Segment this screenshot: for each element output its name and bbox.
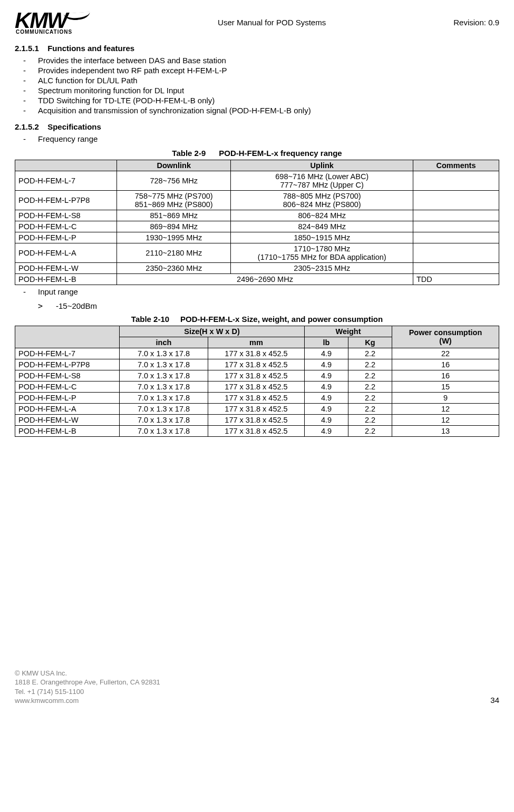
table-row: POD-H-FEM-L-A2110~2180 MHz1710~1780 MHz …: [15, 243, 499, 262]
cell-uplink: 806~824 MHz: [231, 210, 413, 221]
table-row: POD-H-FEM-L-77.0 x 1.3 x 17.8177 x 31.8 …: [15, 348, 499, 359]
table-row: POD-H-FEM-L-P1930~1995 MHz1850~1915 MHz: [15, 232, 499, 243]
cell-power: 13: [392, 425, 499, 436]
table-row: POD-H-FEM-L-A7.0 x 1.3 x 17.8177 x 31.8 …: [15, 403, 499, 414]
cell-mm: 177 x 31.8 x 452.5: [208, 348, 305, 359]
cell-name: POD-H-FEM-L-A: [15, 243, 117, 262]
cell-kg: 2.2: [348, 370, 392, 381]
table-row: POD-H-FEM-L-W7.0 x 1.3 x 17.8177 x 31.8 …: [15, 414, 499, 425]
table1-caption: Table 2-9 POD-H-FEM-L-x frequency range: [15, 149, 499, 158]
table-header-uplink: Uplink: [231, 160, 413, 171]
cell-comments: TDD: [413, 273, 499, 285]
page-header: KMW COMMUNICATIONS User Manual for POD S…: [15, 11, 499, 34]
frequency-table: Downlink Uplink Comments POD-H-FEM-L-772…: [15, 160, 499, 285]
cell-mm: 177 x 31.8 x 452.5: [208, 381, 305, 392]
table-header-size: Size(H x W x D): [120, 326, 305, 337]
list-item: Input range: [35, 287, 499, 296]
table-header-downlink: Downlink: [117, 160, 231, 171]
cell-kg: 2.2: [348, 414, 392, 425]
cell-name: POD-H-FEM-L-7: [15, 171, 117, 190]
table-header-weight: Weight: [305, 326, 392, 337]
cell-kg: 2.2: [348, 348, 392, 359]
table-header-lb: lb: [305, 337, 348, 348]
section-title: Functions and features: [47, 44, 134, 53]
cell-uplink: 788~805 MHz (PS700) 806~824 MHz (PS800): [231, 190, 413, 210]
cell-downlink: 1930~1995 MHz: [117, 232, 231, 243]
cell-downlink: 851~869 MHz: [117, 210, 231, 221]
spec-list-2: Input range: [15, 287, 499, 296]
cell-mm: 177 x 31.8 x 452.5: [208, 403, 305, 414]
logo-text: KMW: [15, 11, 67, 31]
cell-inch: 7.0 x 1.3 x 17.8: [120, 348, 208, 359]
footer-line: www.kmwcomm.com: [15, 696, 160, 706]
cell-name: POD-H-FEM-L-C: [15, 221, 117, 232]
cell-lb: 4.9: [305, 403, 348, 414]
cell-downlink: 2350~2360 MHz: [117, 262, 231, 273]
cell-uplink: 2305~2315 MHz: [231, 262, 413, 273]
cell-inch: 7.0 x 1.3 x 17.8: [120, 370, 208, 381]
footer-text: © KMW USA Inc. 1818 E. Orangethrope Ave,…: [15, 669, 160, 706]
list-item: -15~20dBm: [56, 301, 499, 310]
cell-uplink: 1710~1780 MHz (1710~1755 MHz for BDA app…: [231, 243, 413, 262]
list-item: Acquisition and transmission of synchron…: [35, 106, 499, 115]
spec-sublist: -15~20dBm: [15, 301, 499, 310]
cell-mm: 177 x 31.8 x 452.5: [208, 392, 305, 403]
caption-label: Table 2-9: [172, 149, 206, 158]
cell-kg: 2.2: [348, 425, 392, 436]
table-header-mm: mm: [208, 337, 305, 348]
section-title: Specifications: [47, 122, 101, 131]
footer-line: 1818 E. Orangethrope Ave, Fullerton, CA …: [15, 678, 160, 687]
cell-comments: [413, 210, 499, 221]
list-item: Spectrum monitoring function for DL Inpu…: [35, 86, 499, 95]
cell-lb: 4.9: [305, 370, 348, 381]
cell-name: POD-H-FEM-L-7: [15, 348, 120, 359]
logo-swoosh-icon: [64, 12, 91, 21]
cell-mm: 177 x 31.8 x 452.5: [208, 414, 305, 425]
cell-lb: 4.9: [305, 359, 348, 370]
list-item: Provides independent two RF path except …: [35, 66, 499, 75]
cell-inch: 7.0 x 1.3 x 17.8: [120, 392, 208, 403]
section-number: 2.1.5.1: [15, 44, 45, 53]
cell-power: 9: [392, 392, 499, 403]
cell-comments: [413, 221, 499, 232]
cell-lb: 4.9: [305, 425, 348, 436]
cell-power: 16: [392, 359, 499, 370]
section-functions-heading: 2.1.5.1 Functions and features: [15, 44, 499, 53]
cell-power: 16: [392, 370, 499, 381]
cell-mm: 177 x 31.8 x 452.5: [208, 370, 305, 381]
table-row: POD-H-FEM-L-W2350~2360 MHz2305~2315 MHz: [15, 262, 499, 273]
cell-power: 15: [392, 381, 499, 392]
table-header-power: Power consumption (W): [392, 326, 499, 348]
cell-uplink: 824~849 MHz: [231, 221, 413, 232]
table-header-kg: Kg: [348, 337, 392, 348]
cell-mm: 177 x 31.8 x 452.5: [208, 359, 305, 370]
table-row: POD-H-FEM-L-B7.0 x 1.3 x 17.8177 x 31.8 …: [15, 425, 499, 436]
cell-comments: [413, 262, 499, 273]
table-header-blank: [15, 160, 117, 171]
cell-power: 22: [392, 348, 499, 359]
list-item: TDD Switching for TD-LTE (POD-H-FEM-L-B …: [35, 96, 499, 105]
cell-comments: [413, 243, 499, 262]
revision-label: Revision: 0.9: [453, 18, 499, 27]
table-row: POD-H-FEM-L-B2496~2690 MHzTDD: [15, 273, 499, 285]
footer-line: © KMW USA Inc.: [15, 669, 160, 678]
cell-kg: 2.2: [348, 381, 392, 392]
list-item: Frequency range: [35, 134, 499, 143]
table2-caption: Table 2-10 POD-H-FEM-L-x Size, weight, a…: [15, 315, 499, 324]
cell-mm: 177 x 31.8 x 452.5: [208, 425, 305, 436]
cell-comments: [413, 171, 499, 190]
cell-name: POD-H-FEM-L-C: [15, 381, 120, 392]
cell-power: 12: [392, 414, 499, 425]
cell-name: POD-H-FEM-L-S8: [15, 210, 117, 221]
cell-inch: 7.0 x 1.3 x 17.8: [120, 381, 208, 392]
cell-kg: 2.2: [348, 403, 392, 414]
cell-downlink: 758~775 MHz (PS700) 851~869 MHz (PS800): [117, 190, 231, 210]
table-header-inch: inch: [120, 337, 208, 348]
caption-label: Table 2-10: [131, 315, 169, 324]
cell-lb: 4.9: [305, 392, 348, 403]
section-specs-heading: 2.1.5.2 Specifications: [15, 122, 499, 131]
cell-lb: 4.9: [305, 381, 348, 392]
cell-comments: [413, 190, 499, 210]
table-row: POD-H-FEM-L-P7.0 x 1.3 x 17.8177 x 31.8 …: [15, 392, 499, 403]
cell-lb: 4.9: [305, 348, 348, 359]
